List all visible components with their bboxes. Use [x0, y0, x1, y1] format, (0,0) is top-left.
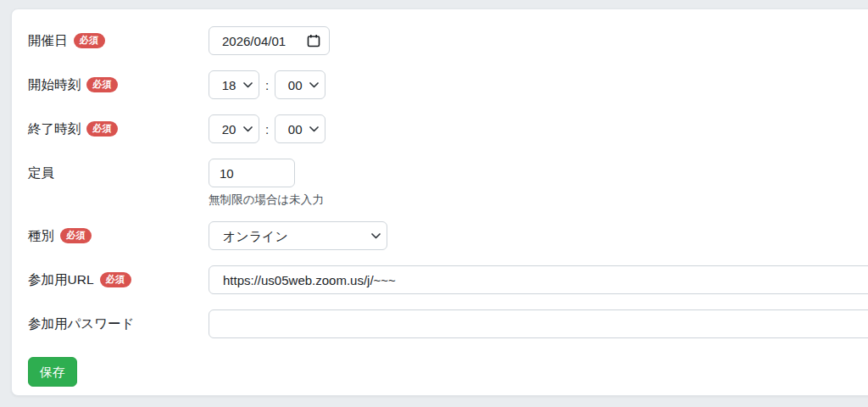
required-badge: 必須 — [100, 272, 131, 287]
capacity-help-text: 無制限の場合は未入力 — [209, 192, 868, 208]
ctl-col-capacity: 無制限の場合は未入力 — [209, 159, 868, 208]
form-row-join-url: 参加用URL 必須 — [28, 265, 868, 294]
start-hour-wrap: 18 — [209, 70, 259, 99]
label-col-start-time: 開始時刻 必須 — [28, 70, 209, 99]
required-badge: 必須 — [86, 77, 118, 92]
label-col-category: 種別 必須 — [28, 221, 209, 250]
capacity-label: 定員 — [28, 164, 54, 182]
ctl-col-start-time: 18 : 00 — [209, 70, 868, 99]
start-hour-select[interactable]: 18 — [209, 70, 259, 99]
end-time-label: 終了時刻 — [28, 120, 81, 138]
form-row-join-password: 参加用パスワード — [28, 309, 868, 338]
end-hour-wrap: 20 — [209, 114, 259, 143]
form-row-category: 種別 必須 オンライン — [28, 221, 868, 250]
start-minute-select[interactable]: 00 — [275, 70, 326, 99]
calendar-icon[interactable] — [307, 34, 320, 47]
label-col-event-date: 開催日 必須 — [28, 26, 209, 55]
join-url-input[interactable] — [209, 265, 868, 294]
category-label: 種別 — [28, 227, 54, 245]
end-minute-select[interactable]: 00 — [275, 114, 326, 143]
ctl-col-join-url — [209, 265, 868, 294]
event-date-wrap — [209, 26, 330, 55]
label-col-capacity: 定員 — [28, 159, 209, 187]
event-date-label: 開催日 — [28, 32, 68, 50]
form-row-end-time: 終了時刻 必須 20 : 00 — [28, 114, 868, 143]
start-minute-wrap: 00 — [275, 70, 326, 99]
ctl-col-event-date — [209, 26, 868, 55]
label-col-join-password: 参加用パスワード — [28, 309, 209, 338]
required-badge: 必須 — [74, 33, 105, 48]
join-url-label: 参加用URL — [28, 271, 94, 289]
join-password-input[interactable] — [209, 309, 868, 338]
join-password-label: 参加用パスワード — [28, 315, 134, 333]
form-row-event-date: 開催日 必須 — [28, 26, 868, 55]
ctl-col-category: オンライン — [209, 221, 868, 250]
form-row-start-time: 開始時刻 必須 18 : 00 — [28, 70, 868, 99]
label-col-join-url: 参加用URL 必須 — [28, 265, 209, 294]
required-badge: 必須 — [86, 121, 118, 137]
time-separator: : — [265, 122, 269, 137]
required-badge: 必須 — [60, 228, 92, 243]
category-select[interactable]: オンライン — [209, 221, 387, 250]
ctl-col-end-time: 20 : 00 — [209, 114, 868, 143]
save-button[interactable]: 保存 — [28, 357, 77, 387]
end-hour-select[interactable]: 20 — [209, 114, 259, 143]
event-form-card: 開催日 必須 開始時刻 必須 18 — [11, 8, 868, 396]
form-row-capacity: 定員 無制限の場合は未入力 — [28, 159, 868, 208]
time-separator: : — [265, 78, 269, 92]
ctl-col-join-password — [209, 309, 868, 338]
start-time-label: 開始時刻 — [28, 76, 81, 94]
label-col-end-time: 終了時刻 必須 — [28, 114, 209, 143]
end-minute-wrap: 00 — [275, 114, 326, 143]
category-wrap: オンライン — [209, 221, 387, 250]
capacity-input[interactable] — [209, 159, 295, 187]
